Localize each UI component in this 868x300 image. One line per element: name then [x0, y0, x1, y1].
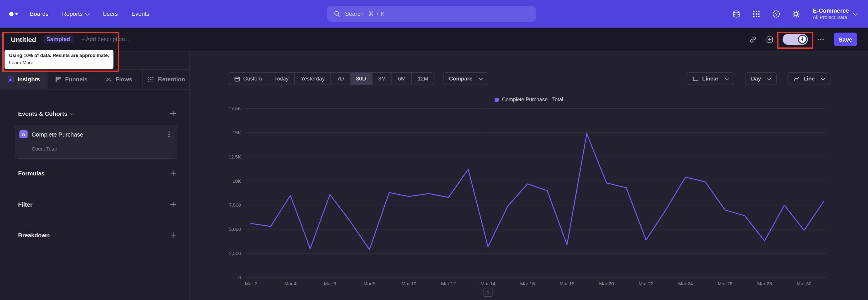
lightning-icon — [800, 37, 805, 42]
svg-text:10K: 10K — [232, 178, 241, 184]
chevron-down-icon — [853, 11, 858, 16]
sampling-tooltip-message: Using 10% of data. Results are approxima… — [9, 53, 109, 58]
breakdown-section-header: Breakdown — [18, 231, 177, 240]
nav-reports-label: Reports — [62, 10, 83, 17]
app-root: Boards Reports Users Events Search ⌘ + K… — [0, 0, 868, 300]
event-more-icon[interactable] — [166, 131, 172, 138]
top-navbar: Boards Reports Users Events Search ⌘ + K… — [0, 0, 868, 28]
svg-text:Mar 6: Mar 6 — [324, 281, 336, 286]
svg-text:Mar 20: Mar 20 — [599, 281, 614, 286]
events-section-label: Events & Cohorts — [18, 110, 67, 117]
svg-text:Mar 10: Mar 10 — [402, 281, 416, 286]
svg-text:12.5K: 12.5K — [228, 154, 241, 159]
svg-text:Mar 2: Mar 2 — [245, 281, 257, 286]
nav-boards[interactable]: Boards — [30, 10, 49, 17]
nav-events[interactable]: Events — [131, 10, 149, 17]
retention-icon — [148, 76, 154, 83]
svg-text:5,000: 5,000 — [229, 227, 241, 232]
search-icon — [334, 10, 340, 17]
svg-text:Mar 4: Mar 4 — [284, 281, 297, 286]
logo-dot — [16, 13, 18, 15]
event-name: Complete Purchase — [32, 131, 83, 138]
tab-flows[interactable]: Flows — [95, 70, 143, 89]
sidebar-divider — [0, 195, 190, 195]
add-to-board-icon[interactable] — [766, 35, 774, 43]
flows-icon — [105, 76, 112, 83]
svg-text:2,500: 2,500 — [229, 251, 241, 256]
nav-users[interactable]: Users — [102, 10, 118, 17]
search-input[interactable]: Search ⌘ + K — [327, 6, 536, 22]
report-sidebar: Insights Funnels Flows Retention Events … — [0, 52, 190, 300]
line-chart[interactable]: 02,5005,0007,50010K12.5K15K17.5K1Mar 2Ma… — [190, 52, 868, 300]
tab-funnels[interactable]: Funnels — [48, 70, 95, 89]
more-options-icon[interactable] — [817, 35, 825, 43]
svg-text:Mar 24: Mar 24 — [678, 281, 693, 286]
event-card-row: A Complete Purchase — [20, 130, 172, 138]
svg-text:Mar 22: Mar 22 — [639, 281, 653, 286]
tab-insights[interactable]: Insights — [0, 70, 48, 89]
formulas-section-header: Formulas — [18, 169, 177, 178]
add-breakdown-button[interactable] — [169, 232, 177, 239]
tab-retention[interactable]: Retention — [143, 70, 190, 89]
add-event-button[interactable] — [169, 110, 177, 117]
report-type-tabs: Insights Funnels Flows Retention — [0, 69, 190, 90]
event-letter-chip: A — [20, 130, 28, 138]
sampled-badge[interactable]: Sampled — [43, 35, 73, 43]
settings-gear-icon[interactable] — [792, 10, 800, 18]
search-shortcut: ⌘ + K — [368, 10, 384, 17]
tab-retention-label: Retention — [158, 76, 185, 83]
primary-nav: Boards Reports Users Events — [30, 10, 149, 17]
project-selector[interactable]: E-Commerce All Project Data — [813, 7, 857, 20]
chevron-down-icon — [85, 11, 90, 16]
add-filter-button[interactable] — [169, 201, 177, 208]
event-metric-selector[interactable]: Count Total — [32, 146, 57, 151]
project-scope: All Project Data — [813, 14, 849, 20]
funnels-icon — [55, 76, 61, 83]
sampling-tooltip: Using 10% of data. Results are approxima… — [4, 50, 114, 69]
series-line — [251, 133, 824, 249]
help-icon[interactable]: ? — [772, 10, 780, 18]
data-icon[interactable] — [733, 10, 741, 18]
learn-more-link[interactable]: Learn More — [9, 60, 33, 65]
events-section-title[interactable]: Events & Cohorts — [18, 110, 73, 117]
tab-insights-label: Insights — [18, 76, 40, 83]
sampling-toggle-knob — [798, 35, 807, 44]
formulas-section-title: Formulas — [18, 170, 44, 177]
search-placeholder: Search — [345, 10, 364, 17]
events-section-header: Events & Cohorts — [18, 109, 177, 118]
save-button[interactable]: Save — [834, 33, 857, 46]
navbar-right-cluster: ? E-Commerce All Project Data — [733, 0, 857, 28]
event-card-complete-purchase[interactable]: A Complete Purchase Count Total — [15, 125, 177, 159]
breakdown-section-title: Breakdown — [18, 232, 50, 239]
svg-text:Mar 28: Mar 28 — [757, 281, 772, 286]
svg-text:17.5K: 17.5K — [228, 106, 241, 111]
mixpanel-logo[interactable] — [9, 11, 22, 16]
chart-panel: Custom Today Yesterday 7D 30D 3M 6M 12M … — [190, 52, 868, 300]
apps-grid-icon[interactable] — [752, 10, 761, 18]
svg-text:Mar 26: Mar 26 — [718, 281, 733, 286]
filter-section-header: Filter — [18, 200, 177, 209]
sidebar-divider — [0, 226, 190, 226]
svg-text:1: 1 — [487, 290, 489, 295]
svg-text:Mar 14: Mar 14 — [480, 281, 495, 286]
svg-text:Mar 8: Mar 8 — [364, 281, 376, 286]
svg-text:Mar 16: Mar 16 — [520, 281, 535, 286]
chevron-down-icon — [70, 111, 74, 115]
project-text: E-Commerce All Project Data — [813, 7, 849, 20]
svg-text:Mar 12: Mar 12 — [441, 281, 456, 286]
add-formula-button[interactable] — [169, 170, 177, 177]
tab-funnels-label: Funnels — [65, 76, 88, 83]
svg-text:Mar 30: Mar 30 — [797, 281, 811, 286]
sidebar-divider — [0, 164, 190, 164]
svg-text:7,500: 7,500 — [229, 202, 241, 208]
description-placeholder[interactable]: + Add description... — [81, 36, 129, 42]
report-header-actions: Save — [749, 33, 857, 46]
sampling-toggle[interactable] — [782, 34, 808, 45]
svg-text:15K: 15K — [232, 130, 241, 135]
report-header: Untitled Sampled + Add description... Sa… — [0, 28, 868, 52]
svg-text:?: ? — [775, 11, 778, 16]
nav-reports[interactable]: Reports — [62, 10, 89, 17]
report-title[interactable]: Untitled — [11, 35, 36, 43]
copy-link-icon[interactable] — [749, 35, 757, 43]
filter-section-title: Filter — [18, 201, 33, 208]
